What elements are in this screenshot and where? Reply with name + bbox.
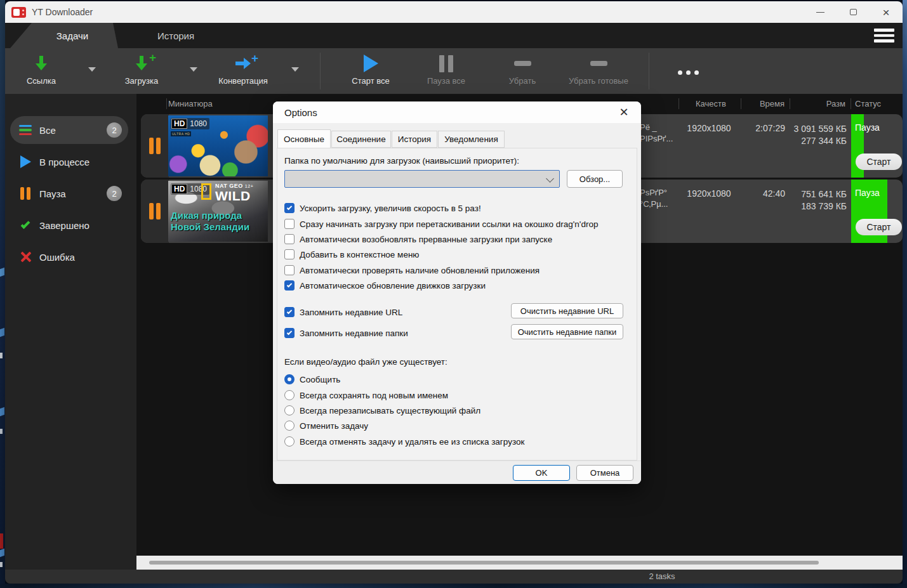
remove-icon [514,61,531,66]
close-icon: ✕ [619,105,628,119]
checkbox[interactable] [284,280,295,291]
sidebar-item-completed[interactable]: Завершено [10,211,128,239]
checkbox[interactable] [284,203,295,213]
dialog-tab-connection[interactable]: Соединение [331,131,391,148]
task-size: 3 091 559 КБ 277 344 КБ [790,123,847,147]
remove-finished-button[interactable]: Убрать готовые [560,53,637,86]
paused-pause-icon [20,187,30,200]
tab-history[interactable]: История [131,23,221,48]
sidebar: Все 2 В процессе Пауза 2 Завершено [5,94,136,570]
down-arrow-icon [34,55,49,72]
start-task-button[interactable]: Старт [856,219,902,235]
sidebar-item-paused[interactable]: Пауза 2 [10,180,128,207]
browse-button[interactable]: Обзор... [567,170,623,188]
start-all-button[interactable]: Старт все [345,53,396,86]
status-label: Пауза [855,122,880,133]
add-download-button[interactable]: + Загрузка [122,53,161,86]
convert-dropdown-caret-icon[interactable] [291,67,299,72]
checkbox[interactable] [284,307,295,317]
toolbar: Ссылка + Загрузка + Конвертация Старт вс… [5,48,903,94]
radio-cancel-and-remove[interactable]: Всегда отменять задачу и удалять ее из с… [284,435,524,448]
file-exists-label: Если видео/аудио файл уже существует: [284,357,447,367]
nav-tab-strip: Задачи История [5,23,903,48]
app-logo-icon [11,7,26,18]
dialog-title-bar: Options ✕ [273,101,641,123]
maximize-icon [850,9,857,15]
radio-overwrite[interactable]: Всегда перезаписывать существующий файл [284,404,480,417]
dialog-close-button[interactable]: ✕ [614,103,633,122]
more-button[interactable] [672,62,705,82]
dialog-tab-history[interactable]: История [392,131,437,148]
radio-button[interactable] [284,374,295,384]
clear-recent-folders-button[interactable]: Очистить недавние папки [511,324,623,339]
checkbox[interactable] [284,219,295,229]
convert-button[interactable]: + Конвертация [211,53,275,86]
ok-button[interactable]: OK [513,465,570,481]
option-remember-urls[interactable]: Запомнить недавние URL [284,306,402,318]
remove-finished-icon [590,61,607,66]
completed-check-icon [21,219,30,229]
radio-button[interactable] [284,421,295,431]
option-context-menu[interactable]: Добавить в контекстное меню [284,248,419,261]
radio-button[interactable] [284,436,295,447]
checkbox[interactable] [284,328,295,338]
ellipsis-icon [678,70,699,75]
start-task-button[interactable]: Старт [856,154,902,170]
desktop-wallpaper-left [0,0,5,588]
task-quality: 1920x1080 [680,188,738,199]
count-badge: 2 [107,186,122,201]
dialog-title: Options [284,107,317,118]
pause-icon [149,203,161,219]
remove-button[interactable]: Убрать [497,53,548,86]
horizontal-scrollbar[interactable] [136,556,903,570]
option-speed-boost[interactable]: Ускорить загрузку, увеличив скорость в 5… [284,202,481,214]
option-check-updates[interactable]: Автоматически проверять наличие обновлен… [284,264,540,277]
default-folder-label: Папка по умолчанию для загрузок (наивысш… [284,156,519,166]
radio-cancel-task[interactable]: Отменить задачу [284,419,368,432]
tab-tasks[interactable]: Задачи [10,23,118,48]
scrollbar-thumb[interactable] [149,561,819,565]
task-quality: 1920x1080 [680,123,738,133]
minimize-button[interactable] [804,1,837,23]
checkbox[interactable] [284,234,295,244]
sidebar-item-all[interactable]: Все 2 [10,116,128,144]
task-duration: 2:07:29 [731,123,785,133]
dialog-tab-notifications[interactable]: Уведомления [438,131,505,148]
sidebar-item-in-progress[interactable]: В процессе [10,148,128,176]
hamburger-menu-icon[interactable] [874,29,894,45]
chevron-down-icon [546,174,554,183]
checkbox[interactable] [284,249,295,259]
link-dropdown-caret-icon[interactable] [88,67,96,72]
all-list-icon [17,124,34,136]
maximize-button[interactable] [837,1,870,23]
thumbnail-caption: Дикая природа [171,210,242,221]
radio-button[interactable] [284,390,295,400]
close-button[interactable]: × [870,1,903,23]
status-bar: 2 tasks [5,570,903,584]
toolbar-separator [320,53,321,89]
header-size: Разм [788,99,845,108]
hd-badge: HD1080 [171,118,209,129]
row-pause-indicator [141,114,169,178]
option-auto-engine-update[interactable]: Автоматическое обновление движков загруз… [284,279,486,292]
radio-ask[interactable]: Сообщить [284,373,340,386]
sidebar-item-error[interactable]: Ошибка [10,243,128,271]
ultra-hd-badge: ULTRA HD [171,131,191,136]
desktop: YT Downloader × Задачи История Ссылка + … [0,0,907,588]
radio-save-new-name[interactable]: Всегда сохранять под новым именем [284,389,448,402]
add-link-button[interactable]: Ссылка [22,53,61,86]
option-auto-resume[interactable]: Автоматически возобновлять прерванные за… [284,233,552,245]
dialog-tab-general[interactable]: Основные [277,129,331,148]
default-folder-combobox[interactable] [284,170,560,188]
clear-recent-urls-button[interactable]: Очистить недавние URL [511,303,623,318]
wild-text: WILD [215,188,251,204]
checkbox[interactable] [284,265,295,275]
download-dropdown-caret-icon[interactable] [190,67,197,72]
pause-all-button[interactable]: Пауза все [418,53,475,86]
natgeo-logo-icon [201,183,211,200]
radio-button[interactable] [284,405,295,415]
option-remember-folders[interactable]: Запомнить недавние папки [284,327,408,339]
cancel-button[interactable]: Отмена [576,465,633,481]
title-bar: YT Downloader × [5,1,903,23]
option-dragdrop-start[interactable]: Сразу начинать загрузку при перетаскиван… [284,218,598,230]
